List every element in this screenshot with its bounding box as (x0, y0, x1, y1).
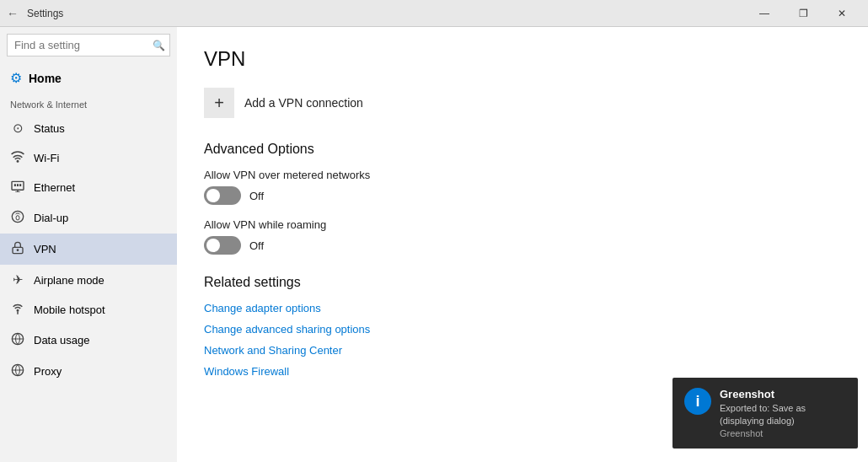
add-vpn-button[interactable]: + Add a VPN connection (204, 88, 841, 118)
option-metered-label: Allow VPN over metered networks (204, 169, 841, 181)
sidebar-item-label: Dial-up (34, 212, 68, 224)
svg-point-7 (16, 216, 19, 220)
title-bar-title: Settings (27, 8, 63, 19)
search-input[interactable] (7, 34, 170, 56)
toggle-metered-state: Off (249, 190, 264, 202)
toast-content: Greenshot Exported to: Save as (displayi… (720, 388, 846, 438)
svg-point-6 (12, 211, 23, 222)
toast-source: Greenshot (720, 428, 846, 438)
toast-message: Exported to: Save as (displaying dialog) (720, 402, 846, 427)
sidebar: 🔍 ⚙ Home Network & Internet ⊙ Status Wi-… (0, 27, 177, 462)
toggle-roaming-knob (206, 239, 220, 252)
sidebar-item-label: Mobile hotspot (34, 304, 105, 316)
dialup-icon (10, 210, 25, 226)
vpn-icon (10, 241, 25, 257)
sidebar-item-data-usage[interactable]: Data usage (0, 325, 177, 356)
proxy-icon (10, 363, 25, 379)
svg-rect-3 (19, 184, 21, 186)
sidebar-section-header: Network & Internet (0, 93, 177, 113)
sidebar-item-label: Airplane mode (34, 274, 104, 287)
sidebar-item-label: VPN (34, 243, 56, 255)
sidebar-item-vpn[interactable]: VPN (0, 234, 177, 265)
toast-app-name: Greenshot (720, 388, 846, 400)
option-roaming: Allow VPN while roaming Off (204, 218, 841, 255)
minimize-button[interactable]: — (745, 0, 784, 27)
toast-icon: i (684, 388, 711, 415)
data-usage-icon (10, 332, 25, 348)
content-area: VPN + Add a VPN connection Advanced Opti… (177, 27, 868, 462)
sidebar-item-label: Wi-Fi (34, 152, 59, 164)
airplane-icon: ✈ (10, 272, 25, 287)
svg-rect-1 (14, 184, 16, 186)
page-title: VPN (204, 47, 841, 71)
advanced-options-title: Advanced Options (204, 142, 841, 157)
status-icon: ⊙ (10, 121, 25, 136)
title-bar: ← Settings — ❐ ✕ (0, 0, 868, 27)
gear-icon: ⚙ (10, 70, 22, 86)
sidebar-item-wifi[interactable]: Wi-Fi (0, 143, 177, 173)
sidebar-item-label: Status (34, 122, 65, 135)
sidebar-item-label: Ethernet (34, 181, 75, 194)
hotspot-icon (10, 303, 25, 317)
sidebar-item-proxy[interactable]: Proxy (0, 356, 177, 387)
toggle-roaming[interactable] (204, 236, 241, 255)
sidebar-item-status[interactable]: ⊙ Status (0, 113, 177, 143)
sidebar-item-hotspot[interactable]: Mobile hotspot (0, 295, 177, 325)
search-box[interactable]: 🔍 (7, 34, 170, 56)
related-settings: Related settings Change adapter options … (204, 275, 841, 378)
option-metered: Allow VPN over metered networks Off (204, 169, 841, 205)
link-sharing-center[interactable]: Network and Sharing Center (204, 344, 841, 357)
toggle-metered[interactable] (204, 186, 241, 205)
back-arrow-icon: ← (7, 7, 19, 20)
main-layout: 🔍 ⚙ Home Network & Internet ⊙ Status Wi-… (0, 27, 868, 462)
link-firewall[interactable]: Windows Firewall (204, 365, 841, 378)
sidebar-item-airplane[interactable]: ✈ Airplane mode (0, 265, 177, 295)
toggle-roaming-state: Off (249, 239, 264, 252)
wifi-icon (10, 151, 25, 165)
link-advanced-sharing[interactable]: Change advanced sharing options (204, 323, 841, 336)
ethernet-icon (10, 180, 25, 195)
sidebar-item-label: Proxy (34, 365, 62, 378)
option-roaming-label: Allow VPN while roaming (204, 218, 841, 231)
sidebar-item-label: Data usage (34, 334, 90, 346)
link-change-adapter[interactable]: Change adapter options (204, 302, 841, 314)
svg-point-9 (17, 249, 19, 251)
sidebar-item-home[interactable]: ⚙ Home (0, 63, 177, 93)
close-button[interactable]: ✕ (822, 0, 861, 27)
toast-notification: i Greenshot Exported to: Save as (displa… (672, 378, 858, 449)
toggle-metered-knob (206, 189, 220, 202)
svg-rect-2 (17, 184, 19, 186)
sidebar-item-ethernet[interactable]: Ethernet (0, 173, 177, 202)
restore-button[interactable]: ❐ (784, 0, 822, 27)
add-vpn-icon: + (204, 88, 234, 118)
window-controls: — ❐ ✕ (745, 0, 861, 27)
sidebar-item-dialup[interactable]: Dial-up (0, 202, 177, 234)
add-vpn-label: Add a VPN connection (244, 96, 363, 110)
related-settings-title: Related settings (204, 275, 841, 290)
search-icon: 🔍 (153, 40, 165, 51)
home-label: Home (29, 72, 62, 85)
toggle-metered-row: Off (204, 186, 841, 205)
toggle-roaming-row: Off (204, 236, 841, 255)
